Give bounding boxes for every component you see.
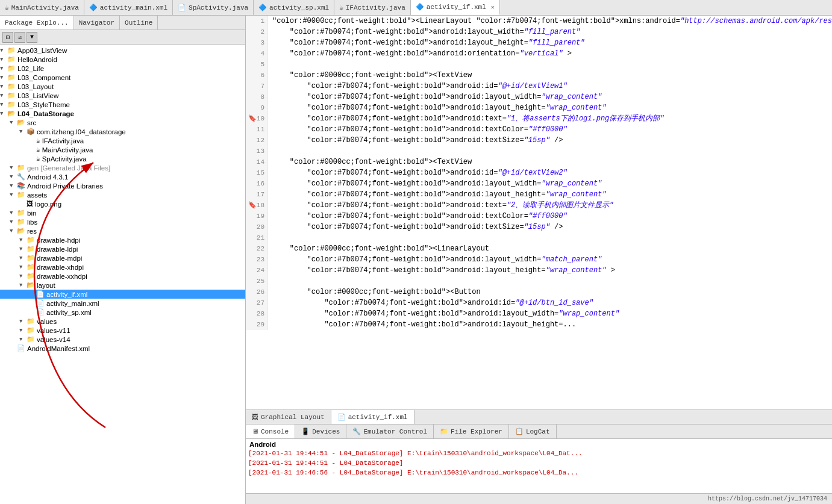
tree-item[interactable]: ▼📁bin bbox=[0, 208, 245, 217]
tab-close-button[interactable]: ✕ bbox=[491, 4, 495, 11]
tree-item[interactable]: ▼📁L02_Life bbox=[0, 64, 245, 73]
tree-expand-arrow[interactable]: ▼ bbox=[19, 246, 27, 252]
code-line[interactable]: "color:#7b0074;font-weight:bold">android… bbox=[272, 113, 832, 124]
tree-item[interactable]: ▼📁drawable-hdpi bbox=[0, 235, 245, 244]
tree-expand-arrow[interactable]: ▼ bbox=[19, 319, 27, 325]
code-line[interactable] bbox=[272, 146, 832, 157]
left-panel-tab-navigator[interactable]: Navigator bbox=[74, 16, 120, 30]
tree-item[interactable]: ☕SpActivity.java bbox=[0, 154, 245, 163]
file-tab-activity-if-xml[interactable]: 🔷activity_if.xml✕ bbox=[411, 0, 500, 15]
tree-expand-arrow[interactable]: ▼ bbox=[19, 328, 27, 334]
editor-bottom-tab-graphical-layout[interactable]: 🖼Graphical Layout bbox=[246, 410, 331, 424]
bottom-panel-tab-devices[interactable]: 📱Devices bbox=[295, 425, 346, 438]
code-line[interactable]: "color:#7b0074;font-weight:bold">android… bbox=[272, 308, 832, 319]
view-menu-button[interactable]: ▼ bbox=[27, 32, 37, 43]
tree-expand-arrow[interactable]: ▼ bbox=[0, 102, 7, 108]
tree-item[interactable]: ☕MainActivity.java bbox=[0, 145, 245, 154]
tree-item[interactable]: ▼📁HelloAndroid bbox=[0, 55, 245, 64]
tree-item[interactable]: ▼📁drawable-xhdpi bbox=[0, 263, 245, 272]
tree-expand-arrow[interactable]: ▼ bbox=[10, 120, 17, 126]
tree-expand-arrow[interactable]: ▼ bbox=[0, 75, 7, 81]
tree-expand-arrow[interactable]: ▼ bbox=[0, 57, 7, 63]
bottom-panel-tab-file-explorer[interactable]: 📁File Explorer bbox=[434, 425, 509, 438]
tree-item[interactable]: ▼📂src bbox=[0, 118, 245, 127]
tree-item[interactable]: ▼📁assets bbox=[0, 190, 245, 199]
tree-item[interactable]: ▼📁L03_StyleTheme bbox=[0, 100, 245, 109]
tree-item[interactable]: ▼📁libs bbox=[0, 217, 245, 226]
tree-item[interactable]: 📄AndroidManifest.xml bbox=[0, 344, 245, 353]
tree-expand-arrow[interactable]: ▼ bbox=[19, 337, 27, 343]
tree-item[interactable]: ▼📁App03_ListView bbox=[0, 46, 245, 55]
code-line[interactable] bbox=[272, 59, 832, 70]
tree-item[interactable]: ▼📁drawable-mdpi bbox=[0, 254, 245, 263]
editor-bottom-tab-activity-if-xml[interactable]: 📄activity_if.xml bbox=[331, 410, 414, 424]
file-tab-sp-activity-java[interactable]: 📄SpActivity.java bbox=[173, 0, 254, 15]
code-line[interactable] bbox=[272, 232, 832, 243]
tree-item[interactable]: ▼📁L03_Compoment bbox=[0, 73, 245, 82]
file-tab-activity-main-xml[interactable]: 🔷activity_main.xml bbox=[84, 0, 173, 15]
file-tab-if-activity-java[interactable]: ☕IFActivity.java bbox=[334, 0, 411, 15]
tree-item[interactable]: ▼📂L04_DataStorage bbox=[0, 109, 245, 118]
code-line[interactable]: "color:#7b0074;font-weight:bold">android… bbox=[272, 48, 832, 59]
code-scroll-area[interactable]: 123456789🔖1011121314151617🔖1819202122232… bbox=[246, 16, 832, 409]
code-line[interactable]: "color:#7b0074;font-weight:bold">android… bbox=[272, 222, 832, 232]
code-line[interactable]: "color:#0000cc;font-weight:bold"><TextVi… bbox=[272, 157, 832, 167]
tree-expand-arrow[interactable]: ▼ bbox=[0, 111, 7, 117]
code-line[interactable]: "color:#7b0074;font-weight:bold">android… bbox=[272, 124, 832, 135]
tree-item[interactable]: ▼📁drawable-xxhdpi bbox=[0, 272, 245, 281]
tree-item[interactable]: ▼📦com.itzheng.l04_datastorage bbox=[0, 127, 245, 136]
code-line[interactable]: "color:#0000cc;font-weight:bold"><Linear… bbox=[272, 243, 832, 254]
tree-item[interactable]: ▼📂layout bbox=[0, 281, 245, 290]
code-line[interactable]: "color:#7b0074;font-weight:bold">android… bbox=[272, 81, 832, 92]
collapse-all-button[interactable]: ⊟ bbox=[2, 32, 13, 43]
file-tab-activity-sp-xml[interactable]: 🔷activity_sp.xml bbox=[254, 0, 334, 15]
tree-expand-arrow[interactable]: ▼ bbox=[10, 192, 17, 198]
left-panel-tab-package-explorer[interactable]: Package Explo... bbox=[0, 16, 74, 30]
left-panel-tab-outline[interactable]: Outline bbox=[120, 16, 158, 30]
tree-expand-arrow[interactable]: ▼ bbox=[10, 219, 17, 225]
code-line[interactable]: "color:#7b0074;font-weight:bold">android… bbox=[272, 37, 832, 48]
tree-expand-arrow[interactable]: ▼ bbox=[19, 273, 27, 279]
tree-expand-arrow[interactable]: ▼ bbox=[0, 48, 7, 54]
link-editor-button[interactable]: ⇌ bbox=[14, 32, 25, 43]
tree-item[interactable]: ▼📂res bbox=[0, 226, 245, 235]
tree-expand-arrow[interactable]: ▼ bbox=[19, 237, 27, 243]
code-line[interactable]: "color:#7b0074;font-weight:bold">android… bbox=[272, 254, 832, 265]
code-line[interactable]: "color:#7b0074;font-weight:bold">android… bbox=[272, 200, 832, 211]
tree-item[interactable]: ▼📁values bbox=[0, 317, 245, 326]
code-line[interactable]: "color:#7b0074;font-weight:bold">android… bbox=[272, 189, 832, 200]
tree-item[interactable]: ▼📁drawable-ldpi bbox=[0, 244, 245, 254]
tree-item[interactable]: ▼🔧Android 4.3.1 bbox=[0, 172, 245, 181]
tree-expand-arrow[interactable]: ▼ bbox=[0, 66, 7, 72]
code-line[interactable]: "color:#7b0074;font-weight:bold">android… bbox=[272, 26, 832, 37]
file-tab-main-activity-java[interactable]: ☕MainActivity.java bbox=[0, 0, 84, 15]
tree-expand-arrow[interactable]: ▼ bbox=[10, 183, 17, 189]
tree-expand-arrow[interactable]: ▼ bbox=[19, 282, 27, 288]
code-line[interactable]: "color:#0000cc;font-weight:bold"><TextVi… bbox=[272, 70, 832, 81]
tree-item[interactable]: ▼📚Android Private Libraries bbox=[0, 181, 245, 190]
tree-expand-arrow[interactable]: ▼ bbox=[19, 264, 27, 270]
code-line[interactable]: "color:#7b0074;font-weight:bold">android… bbox=[272, 297, 832, 308]
code-line[interactable]: "color:#7b0074;font-weight:bold">android… bbox=[272, 319, 832, 330]
tree-expand-arrow[interactable]: ▼ bbox=[0, 84, 7, 90]
code-line[interactable]: "color:#0000cc;font-weight:bold"><Linear… bbox=[272, 16, 832, 26]
code-line[interactable]: "color:#7b0074;font-weight:bold">android… bbox=[272, 167, 832, 178]
code-line[interactable]: "color:#7b0074;font-weight:bold">android… bbox=[272, 265, 832, 276]
code-line[interactable]: "color:#7b0074;font-weight:bold">android… bbox=[272, 178, 832, 189]
tree-item[interactable]: ▼📁gen [Generated Java Files] bbox=[0, 163, 245, 172]
tree-item[interactable]: ☕IFActivity.java bbox=[0, 136, 245, 145]
tree-expand-arrow[interactable]: ▼ bbox=[10, 228, 17, 234]
code-line[interactable]: "color:#7b0074;font-weight:bold">android… bbox=[272, 135, 832, 146]
code-line[interactable] bbox=[272, 276, 832, 287]
code-line[interactable]: "color:#7b0074;font-weight:bold">android… bbox=[272, 92, 832, 102]
tree-item[interactable]: ▼📁L03_ListView bbox=[0, 91, 245, 100]
tree-expand-arrow[interactable]: ▼ bbox=[10, 174, 17, 180]
tree-item[interactable]: 📄activity_main.xml bbox=[0, 299, 245, 308]
tree-expand-arrow[interactable]: ▼ bbox=[10, 165, 17, 171]
tree-item[interactable]: ▼📁L03_Layout bbox=[0, 82, 245, 91]
tree-expand-arrow[interactable]: ▼ bbox=[19, 255, 27, 261]
tree-item[interactable]: ▼📁values-v14 bbox=[0, 335, 245, 344]
project-tree[interactable]: ▼📁App03_ListView▼📁HelloAndroid▼📁L02_Life… bbox=[0, 45, 245, 504]
bottom-panel-tab-emulator[interactable]: 🔧Emulator Control bbox=[346, 425, 434, 438]
tree-item[interactable]: 📄activity_sp.xml bbox=[0, 308, 245, 317]
